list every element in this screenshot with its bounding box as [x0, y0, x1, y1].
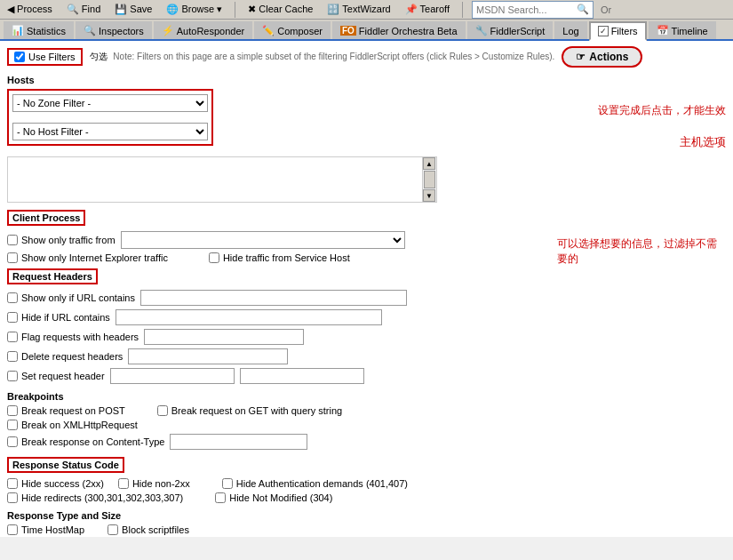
- delete-headers-label: Delete request headers: [7, 351, 123, 362]
- hide-redirects-label: Hide redirects (300,301,302,303,307): [7, 492, 183, 503]
- url-contains-checkbox[interactable]: [7, 292, 18, 303]
- separator2: [462, 2, 463, 18]
- response-status-label: Response Status Code: [7, 457, 124, 473]
- hide-non2xx-checkbox[interactable]: [118, 478, 129, 489]
- scroll-thumb[interactable]: [424, 171, 435, 188]
- client-process-label: Client Process: [7, 210, 85, 226]
- tab-orchestra[interactable]: FO Fiddler Orchestra Beta: [332, 21, 466, 39]
- break-content-type-input[interactable]: [170, 434, 307, 450]
- menu-save[interactable]: 💾 Save: [111, 3, 155, 16]
- break-post-row: Break request on POST Break request on G…: [7, 405, 726, 416]
- flag-requests-input[interactable]: [144, 329, 304, 345]
- delete-headers-row: Delete request headers: [7, 348, 726, 364]
- hosts-dropdown-box: - No Zone Filter - Show only Intranet Ho…: [7, 89, 213, 146]
- hide-redirects-row: Hide redirects (300,301,302,303,307) Hid…: [7, 492, 726, 503]
- menu-tearoff[interactable]: 📌 Tearoff: [402, 3, 453, 16]
- block-scriptfiles-checkbox[interactable]: [108, 524, 118, 535]
- break-get-checkbox[interactable]: [157, 405, 168, 416]
- hide-redirects-checkbox[interactable]: [7, 492, 18, 503]
- scroll-up-arrow[interactable]: ▲: [423, 157, 435, 170]
- hide-auth-label: Hide Authentication demands (401,407): [222, 478, 408, 489]
- tab-timeline[interactable]: 📅 Timeline: [649, 21, 716, 39]
- search-box[interactable]: 🔍: [472, 1, 594, 19]
- break-xml-checkbox[interactable]: [7, 420, 18, 430]
- break-response-row: Break response on Content-Type: [7, 434, 726, 450]
- use-filters-checkbox[interactable]: [14, 52, 25, 62]
- hosts-textarea[interactable]: [7, 156, 423, 203]
- menu-browse[interactable]: 🌐 Browse ▾: [163, 3, 226, 16]
- annotation-right1: 设置完成后点击，才能生效: [598, 103, 726, 118]
- show-traffic-checkbox[interactable]: [7, 235, 18, 245]
- tab-filters[interactable]: Filters: [589, 21, 647, 41]
- filters-note: 匀选 Note: Filters on this page are a simp…: [90, 51, 555, 63]
- break-response-checkbox[interactable]: [7, 436, 18, 447]
- menu-process[interactable]: ◀ Process: [4, 3, 56, 16]
- actions-button[interactable]: ☞ Actions: [562, 46, 642, 68]
- annotation-hosts: 主机选项: [680, 134, 726, 150]
- use-filters-box: Use Filters: [7, 48, 83, 66]
- fiddlerscript-icon: 🔧: [475, 25, 488, 36]
- menu-textwizard[interactable]: 🔡 TextWizard: [323, 3, 394, 16]
- menu-clear-cache[interactable]: ✖ Clear Cache: [244, 3, 316, 16]
- zone-filter-dropdown[interactable]: - No Zone Filter - Show only Intranet Ho…: [12, 94, 208, 112]
- delete-headers-checkbox[interactable]: [7, 351, 18, 362]
- hide-url-checkbox[interactable]: [7, 312, 18, 323]
- tab-autoresponder[interactable]: ⚡ AutoResponder: [154, 21, 252, 39]
- hide-success-row: Hide success (2xx) Hide non-2xx Hide Aut…: [7, 478, 726, 489]
- hide-auth-checkbox[interactable]: [222, 478, 233, 489]
- hide-non2xx-label: Hide non-2xx: [118, 478, 190, 489]
- tab-composer[interactable]: ✏️ Composer: [254, 21, 331, 39]
- menu-bar: ◀ Process 🔍 Find 💾 Save 🌐 Browse ▾ ✖ Cle…: [0, 0, 733, 20]
- break-xml-row: Break on XMLHttpRequest: [7, 420, 726, 430]
- ie-traffic-checkbox[interactable]: [7, 252, 18, 263]
- set-header-name-input[interactable]: [110, 368, 235, 384]
- url-contains-row: Show only if URL contains: [7, 290, 726, 306]
- timeline-icon: 📅: [657, 25, 669, 36]
- block-scriptfiles-label: Block scriptfiles: [108, 524, 189, 535]
- traffic-from-dropdown[interactable]: [121, 231, 405, 249]
- inspectors-icon: 🔍: [84, 25, 96, 36]
- hosts-title: Hosts: [7, 75, 726, 85]
- hide-not-modified-checkbox[interactable]: [215, 492, 226, 503]
- response-status-section: Response Status Code Hide success (2xx) …: [7, 457, 726, 503]
- search-icon: 🔍: [577, 4, 589, 15]
- response-type-title: Response Type and Size: [7, 510, 726, 521]
- hosts-textarea-row: ▲ ▼: [7, 156, 726, 203]
- set-header-checkbox[interactable]: [7, 371, 18, 381]
- flag-requests-row: Flag requests with headers: [7, 329, 726, 345]
- stats-icon: 📊: [12, 25, 24, 36]
- time-host-map-checkbox[interactable]: [7, 524, 18, 535]
- hide-traffic-checkbox[interactable]: [209, 252, 219, 263]
- request-headers-section: Request Headers Show only if URL contain…: [7, 268, 726, 384]
- host-filter-dropdown[interactable]: - No Host Filter - Show only the followi…: [12, 123, 208, 140]
- hide-success-label: Hide success (2xx): [7, 478, 104, 489]
- show-traffic-label: Show only traffic from: [7, 235, 116, 245]
- set-header-row: Set request header: [7, 368, 726, 384]
- break-response-label: Break response on Content-Type: [7, 436, 164, 447]
- menu-find[interactable]: 🔍 Find: [63, 3, 104, 16]
- breakpoints-title: Breakpoints: [7, 391, 726, 402]
- search-input[interactable]: [476, 4, 574, 15]
- flag-requests-checkbox[interactable]: [7, 332, 18, 342]
- break-xml-label: Break on XMLHttpRequest: [7, 420, 138, 430]
- scroll-down-arrow[interactable]: ▼: [423, 189, 435, 202]
- filters-checkbox-icon: [598, 26, 609, 36]
- break-post-checkbox[interactable]: [7, 405, 18, 416]
- hide-success-checkbox[interactable]: [7, 478, 18, 489]
- tab-inspectors[interactable]: 🔍 Inspectors: [76, 21, 152, 39]
- orchestra-icon: FO: [340, 26, 356, 36]
- tab-fiddlerscript[interactable]: 🔧 FiddlerScript: [467, 21, 554, 39]
- request-headers-label: Request Headers: [7, 268, 98, 284]
- set-header-label: Set request header: [7, 371, 105, 381]
- tab-log[interactable]: Log: [554, 21, 586, 39]
- menu-or: Or: [601, 4, 611, 15]
- set-header-value-input[interactable]: [240, 368, 364, 384]
- break-post-label: Break request on POST: [7, 405, 125, 416]
- hide-url-row: Hide if URL contains: [7, 309, 726, 325]
- url-contains-label: Show only if URL contains: [7, 292, 135, 303]
- hide-url-input[interactable]: [116, 309, 382, 325]
- tab-statistics[interactable]: 📊 Statistics: [4, 21, 74, 39]
- url-contains-input[interactable]: [140, 290, 407, 306]
- delete-headers-input[interactable]: [128, 348, 288, 364]
- textarea-scrollbar[interactable]: ▲ ▼: [423, 156, 437, 203]
